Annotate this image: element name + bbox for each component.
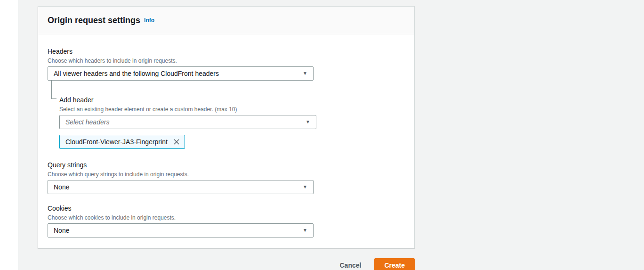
cookies-select[interactable]: None ▼ bbox=[48, 223, 314, 237]
add-header-description: Select an existing header element or cre… bbox=[59, 106, 405, 113]
selected-header-token-label: CloudFront-Viewer-JA3-Fingerprint bbox=[65, 138, 168, 146]
main-content: Origin request settingsInfo Headers Choo… bbox=[38, 6, 415, 270]
panel-body: Headers Choose which headers to include … bbox=[38, 34, 414, 248]
side-nav-rail bbox=[0, 0, 18, 270]
cookies-field: Cookies Choose which cookies to include … bbox=[48, 204, 405, 237]
cookies-description: Choose which cookies to include in origi… bbox=[48, 214, 405, 221]
query-strings-description: Choose which query strings to include in… bbox=[48, 171, 405, 178]
query-strings-select[interactable]: None ▼ bbox=[48, 180, 314, 194]
caret-down-icon: ▼ bbox=[303, 71, 307, 76]
origin-request-settings-panel: Origin request settingsInfo Headers Choo… bbox=[38, 6, 415, 248]
query-strings-field: Query strings Choose which query strings… bbox=[48, 160, 405, 194]
headers-field: Headers Choose which headers to include … bbox=[48, 47, 405, 81]
query-strings-label: Query strings bbox=[48, 160, 405, 170]
remove-token-button[interactable] bbox=[172, 138, 181, 146]
headers-select[interactable]: All viewer headers and the following Clo… bbox=[48, 66, 314, 81]
add-header-select[interactable]: Select headers ▼ bbox=[59, 115, 316, 129]
form-actions: Cancel Create bbox=[38, 258, 415, 270]
create-button[interactable]: Create bbox=[374, 258, 415, 270]
headers-label: Headers bbox=[48, 47, 405, 56]
caret-down-icon: ▼ bbox=[303, 185, 307, 189]
caret-down-icon: ▼ bbox=[303, 228, 307, 233]
add-header-select-placeholder: Select headers bbox=[65, 118, 109, 126]
headers-select-value: All viewer headers and the following Clo… bbox=[54, 70, 219, 77]
cookies-select-value: None bbox=[54, 227, 69, 234]
add-header-group: Add header Select an existing header ele… bbox=[59, 95, 405, 149]
cancel-button[interactable]: Cancel bbox=[339, 260, 361, 270]
query-strings-select-value: None bbox=[54, 183, 69, 191]
panel-title: Origin request settings bbox=[48, 16, 140, 25]
cookies-label: Cookies bbox=[48, 204, 405, 213]
selected-header-token: CloudFront-Viewer-JA3-Fingerprint bbox=[59, 135, 185, 149]
info-link[interactable]: Info bbox=[144, 17, 154, 24]
close-icon bbox=[173, 139, 180, 145]
headers-description: Choose which headers to include in origi… bbox=[48, 57, 405, 65]
add-header-label: Add header bbox=[59, 95, 405, 105]
caret-down-icon: ▼ bbox=[306, 120, 310, 124]
panel-header: Origin request settingsInfo bbox=[38, 7, 414, 34]
